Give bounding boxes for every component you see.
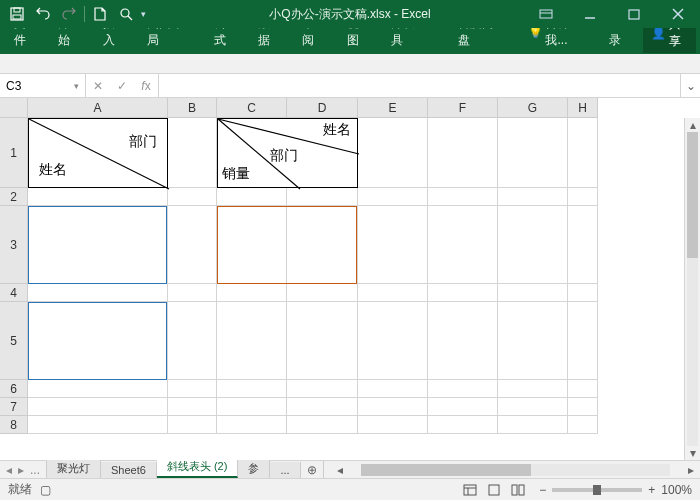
new-file-icon[interactable] (89, 3, 111, 25)
cell-F3[interactable] (428, 206, 498, 284)
cell-B1[interactable] (168, 118, 217, 188)
cell-G8[interactable] (498, 416, 568, 434)
cell-D8[interactable] (287, 416, 358, 434)
enter-icon[interactable]: ✓ (110, 79, 134, 93)
cell-C6[interactable] (217, 380, 287, 398)
cell-E4[interactable] (358, 284, 428, 302)
cell-G2[interactable] (498, 188, 568, 206)
maximize-icon[interactable] (612, 0, 656, 28)
zoom-out-icon[interactable]: − (539, 483, 546, 497)
row-header-1[interactable]: 1 (0, 118, 28, 188)
view-page-break-icon[interactable] (507, 481, 529, 499)
cell-B3[interactable] (168, 206, 217, 284)
cell-H7[interactable] (568, 398, 598, 416)
cell-E5[interactable] (358, 302, 428, 380)
scroll-down-icon[interactable]: ▾ (685, 446, 700, 460)
cell-D3[interactable] (287, 206, 358, 284)
ribbon-options-icon[interactable] (524, 0, 568, 28)
zoom-in-icon[interactable]: + (648, 483, 655, 497)
scroll-up-icon[interactable]: ▴ (685, 118, 700, 132)
qat-dropdown-icon[interactable]: ▾ (141, 9, 146, 19)
cell-B4[interactable] (168, 284, 217, 302)
cell-C3[interactable] (217, 206, 287, 284)
minimize-icon[interactable] (568, 0, 612, 28)
col-header-C[interactable]: C (217, 98, 287, 118)
cell-H6[interactable] (568, 380, 598, 398)
cell-H8[interactable] (568, 416, 598, 434)
cell-G7[interactable] (498, 398, 568, 416)
cell-F6[interactable] (428, 380, 498, 398)
fx-icon[interactable]: fx (134, 79, 158, 93)
name-box-dropdown-icon[interactable]: ▾ (74, 81, 79, 91)
cell-E2[interactable] (358, 188, 428, 206)
zoom-value[interactable]: 100% (661, 483, 692, 497)
view-normal-icon[interactable] (459, 481, 481, 499)
cell-E6[interactable] (358, 380, 428, 398)
cell-F8[interactable] (428, 416, 498, 434)
sheet-tab[interactable]: Sheet6 (101, 462, 157, 478)
worksheet-grid[interactable]: ABCDEFGH 12345678 部门姓名姓名部门销量 ▴ ▾ (0, 98, 700, 460)
name-box-input[interactable] (6, 79, 56, 93)
cell-B8[interactable] (168, 416, 217, 434)
expand-formula-bar-icon[interactable]: ⌄ (680, 74, 700, 97)
cell-A2[interactable] (28, 188, 168, 206)
cell-F5[interactable] (428, 302, 498, 380)
cell-C8[interactable] (217, 416, 287, 434)
cell-D7[interactable] (287, 398, 358, 416)
scroll-left-icon[interactable]: ◂ (333, 463, 347, 477)
cell-E3[interactable] (358, 206, 428, 284)
save-icon[interactable] (6, 3, 28, 25)
col-header-E[interactable]: E (358, 98, 428, 118)
col-header-G[interactable]: G (498, 98, 568, 118)
cell-D6[interactable] (287, 380, 358, 398)
sheet-tab[interactable]: 斜线表头 (2) (157, 457, 239, 478)
cell-E1[interactable] (358, 118, 428, 188)
cell-A3[interactable] (28, 206, 168, 284)
cell-C5[interactable] (217, 302, 287, 380)
cell-G1[interactable] (498, 118, 568, 188)
cell-F1[interactable] (428, 118, 498, 188)
row-header-4[interactable]: 4 (0, 284, 28, 302)
cell-H4[interactable] (568, 284, 598, 302)
cell-C4[interactable] (217, 284, 287, 302)
sheet-tab-more[interactable]: ... (270, 462, 300, 478)
cell-G3[interactable] (498, 206, 568, 284)
cell-H3[interactable] (568, 206, 598, 284)
col-header-H[interactable]: H (568, 98, 598, 118)
cell-A8[interactable] (28, 416, 168, 434)
cell-A5[interactable] (28, 302, 168, 380)
row-header-3[interactable]: 3 (0, 206, 28, 284)
cell-C2[interactable] (217, 188, 287, 206)
cell-F7[interactable] (428, 398, 498, 416)
hscroll-thumb[interactable] (361, 464, 531, 476)
cell-G6[interactable] (498, 380, 568, 398)
close-icon[interactable] (656, 0, 700, 28)
horizontal-scrollbar[interactable]: ◂ ▸ (331, 461, 700, 478)
scroll-right-icon[interactable]: ▸ (684, 463, 698, 477)
cell-B7[interactable] (168, 398, 217, 416)
cell-B6[interactable] (168, 380, 217, 398)
sheet-nav-prev-icon[interactable]: ◂ (6, 463, 12, 477)
sheet-nav-next-icon[interactable]: ▸ (18, 463, 24, 477)
col-header-B[interactable]: B (168, 98, 217, 118)
name-box[interactable]: ▾ (0, 74, 86, 97)
row-header-5[interactable]: 5 (0, 302, 28, 380)
col-header-A[interactable]: A (28, 98, 168, 118)
vertical-scrollbar[interactable]: ▴ ▾ (684, 118, 700, 460)
formula-input[interactable] (159, 74, 680, 97)
cell-G4[interactable] (498, 284, 568, 302)
sheet-nav-more[interactable]: ... (30, 463, 40, 477)
row-header-2[interactable]: 2 (0, 188, 28, 206)
col-header-D[interactable]: D (287, 98, 358, 118)
cell-E8[interactable] (358, 416, 428, 434)
cell-D4[interactable] (287, 284, 358, 302)
cell-F2[interactable] (428, 188, 498, 206)
cell-A7[interactable] (28, 398, 168, 416)
cell-E7[interactable] (358, 398, 428, 416)
cell-B2[interactable] (168, 188, 217, 206)
sheet-tab[interactable]: 聚光灯 (47, 459, 101, 478)
cancel-icon[interactable]: ✕ (86, 79, 110, 93)
cell-A6[interactable] (28, 380, 168, 398)
cell-H2[interactable] (568, 188, 598, 206)
col-header-F[interactable]: F (428, 98, 498, 118)
